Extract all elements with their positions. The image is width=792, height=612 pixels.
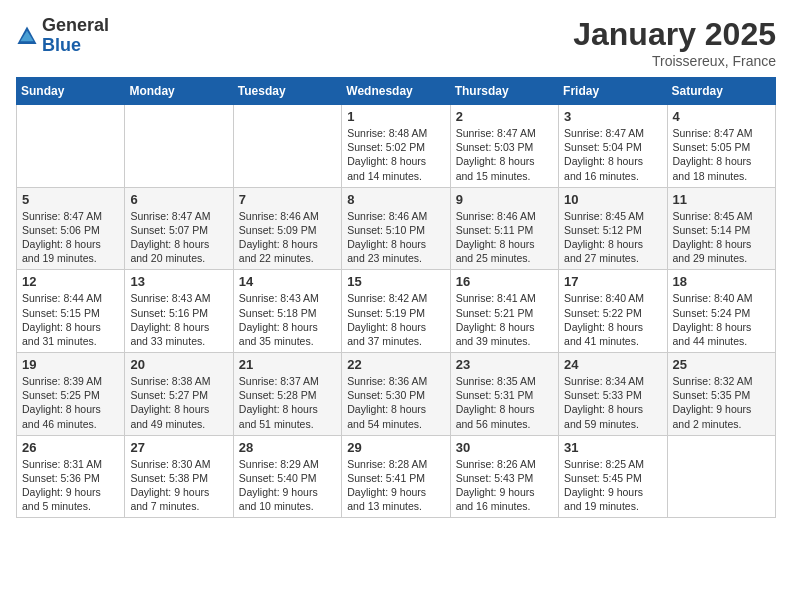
calendar-cell: 22Sunrise: 8:36 AM Sunset: 5:30 PM Dayli… xyxy=(342,353,450,436)
calendar-cell: 30Sunrise: 8:26 AM Sunset: 5:43 PM Dayli… xyxy=(450,435,558,518)
calendar-cell xyxy=(125,105,233,188)
day-number: 2 xyxy=(456,109,553,124)
calendar-cell: 12Sunrise: 8:44 AM Sunset: 5:15 PM Dayli… xyxy=(17,270,125,353)
day-info: Sunrise: 8:35 AM Sunset: 5:31 PM Dayligh… xyxy=(456,374,553,431)
weekday-header-monday: Monday xyxy=(125,78,233,105)
day-number: 6 xyxy=(130,192,227,207)
logo-text: General Blue xyxy=(42,16,109,56)
day-number: 18 xyxy=(673,274,770,289)
day-info: Sunrise: 8:45 AM Sunset: 5:12 PM Dayligh… xyxy=(564,209,661,266)
day-info: Sunrise: 8:40 AM Sunset: 5:24 PM Dayligh… xyxy=(673,291,770,348)
day-info: Sunrise: 8:47 AM Sunset: 5:06 PM Dayligh… xyxy=(22,209,119,266)
calendar-cell: 10Sunrise: 8:45 AM Sunset: 5:12 PM Dayli… xyxy=(559,187,667,270)
day-info: Sunrise: 8:47 AM Sunset: 5:07 PM Dayligh… xyxy=(130,209,227,266)
calendar-cell: 26Sunrise: 8:31 AM Sunset: 5:36 PM Dayli… xyxy=(17,435,125,518)
weekday-header-wednesday: Wednesday xyxy=(342,78,450,105)
day-info: Sunrise: 8:28 AM Sunset: 5:41 PM Dayligh… xyxy=(347,457,444,514)
day-info: Sunrise: 8:40 AM Sunset: 5:22 PM Dayligh… xyxy=(564,291,661,348)
weekday-header-saturday: Saturday xyxy=(667,78,775,105)
day-number: 20 xyxy=(130,357,227,372)
day-number: 26 xyxy=(22,440,119,455)
day-number: 23 xyxy=(456,357,553,372)
weekday-header-friday: Friday xyxy=(559,78,667,105)
day-info: Sunrise: 8:37 AM Sunset: 5:28 PM Dayligh… xyxy=(239,374,336,431)
day-number: 16 xyxy=(456,274,553,289)
day-info: Sunrise: 8:46 AM Sunset: 5:10 PM Dayligh… xyxy=(347,209,444,266)
calendar-week-row: 26Sunrise: 8:31 AM Sunset: 5:36 PM Dayli… xyxy=(17,435,776,518)
weekday-header-sunday: Sunday xyxy=(17,78,125,105)
day-number: 10 xyxy=(564,192,661,207)
logo-general: General xyxy=(42,16,109,36)
calendar-cell: 16Sunrise: 8:41 AM Sunset: 5:21 PM Dayli… xyxy=(450,270,558,353)
day-info: Sunrise: 8:36 AM Sunset: 5:30 PM Dayligh… xyxy=(347,374,444,431)
day-info: Sunrise: 8:25 AM Sunset: 5:45 PM Dayligh… xyxy=(564,457,661,514)
title-block: January 2025 Troissereux, France xyxy=(573,16,776,69)
calendar-cell: 4Sunrise: 8:47 AM Sunset: 5:05 PM Daylig… xyxy=(667,105,775,188)
day-number: 7 xyxy=(239,192,336,207)
weekday-header-tuesday: Tuesday xyxy=(233,78,341,105)
calendar-week-row: 1Sunrise: 8:48 AM Sunset: 5:02 PM Daylig… xyxy=(17,105,776,188)
logo-icon xyxy=(16,25,38,47)
day-info: Sunrise: 8:39 AM Sunset: 5:25 PM Dayligh… xyxy=(22,374,119,431)
calendar-week-row: 12Sunrise: 8:44 AM Sunset: 5:15 PM Dayli… xyxy=(17,270,776,353)
calendar-cell: 5Sunrise: 8:47 AM Sunset: 5:06 PM Daylig… xyxy=(17,187,125,270)
calendar-cell: 24Sunrise: 8:34 AM Sunset: 5:33 PM Dayli… xyxy=(559,353,667,436)
day-info: Sunrise: 8:41 AM Sunset: 5:21 PM Dayligh… xyxy=(456,291,553,348)
day-info: Sunrise: 8:42 AM Sunset: 5:19 PM Dayligh… xyxy=(347,291,444,348)
calendar-week-row: 19Sunrise: 8:39 AM Sunset: 5:25 PM Dayli… xyxy=(17,353,776,436)
calendar-cell: 27Sunrise: 8:30 AM Sunset: 5:38 PM Dayli… xyxy=(125,435,233,518)
calendar-cell xyxy=(667,435,775,518)
day-number: 5 xyxy=(22,192,119,207)
day-number: 13 xyxy=(130,274,227,289)
calendar-cell: 23Sunrise: 8:35 AM Sunset: 5:31 PM Dayli… xyxy=(450,353,558,436)
day-info: Sunrise: 8:46 AM Sunset: 5:09 PM Dayligh… xyxy=(239,209,336,266)
calendar-cell: 6Sunrise: 8:47 AM Sunset: 5:07 PM Daylig… xyxy=(125,187,233,270)
day-number: 1 xyxy=(347,109,444,124)
calendar-cell xyxy=(233,105,341,188)
calendar-cell: 7Sunrise: 8:46 AM Sunset: 5:09 PM Daylig… xyxy=(233,187,341,270)
logo: General Blue xyxy=(16,16,109,56)
calendar-cell: 3Sunrise: 8:47 AM Sunset: 5:04 PM Daylig… xyxy=(559,105,667,188)
calendar-cell: 20Sunrise: 8:38 AM Sunset: 5:27 PM Dayli… xyxy=(125,353,233,436)
day-info: Sunrise: 8:47 AM Sunset: 5:04 PM Dayligh… xyxy=(564,126,661,183)
calendar-cell: 31Sunrise: 8:25 AM Sunset: 5:45 PM Dayli… xyxy=(559,435,667,518)
day-number: 14 xyxy=(239,274,336,289)
day-number: 3 xyxy=(564,109,661,124)
calendar-cell: 29Sunrise: 8:28 AM Sunset: 5:41 PM Dayli… xyxy=(342,435,450,518)
day-info: Sunrise: 8:34 AM Sunset: 5:33 PM Dayligh… xyxy=(564,374,661,431)
day-number: 29 xyxy=(347,440,444,455)
page-header: General Blue January 2025 Troissereux, F… xyxy=(16,16,776,69)
day-info: Sunrise: 8:32 AM Sunset: 5:35 PM Dayligh… xyxy=(673,374,770,431)
day-number: 30 xyxy=(456,440,553,455)
day-number: 27 xyxy=(130,440,227,455)
calendar-cell: 25Sunrise: 8:32 AM Sunset: 5:35 PM Dayli… xyxy=(667,353,775,436)
calendar-cell: 18Sunrise: 8:40 AM Sunset: 5:24 PM Dayli… xyxy=(667,270,775,353)
day-info: Sunrise: 8:38 AM Sunset: 5:27 PM Dayligh… xyxy=(130,374,227,431)
calendar-cell: 14Sunrise: 8:43 AM Sunset: 5:18 PM Dayli… xyxy=(233,270,341,353)
day-number: 24 xyxy=(564,357,661,372)
calendar-cell: 2Sunrise: 8:47 AM Sunset: 5:03 PM Daylig… xyxy=(450,105,558,188)
day-info: Sunrise: 8:29 AM Sunset: 5:40 PM Dayligh… xyxy=(239,457,336,514)
weekday-header-row: SundayMondayTuesdayWednesdayThursdayFrid… xyxy=(17,78,776,105)
day-number: 17 xyxy=(564,274,661,289)
calendar-cell: 19Sunrise: 8:39 AM Sunset: 5:25 PM Dayli… xyxy=(17,353,125,436)
calendar-cell: 28Sunrise: 8:29 AM Sunset: 5:40 PM Dayli… xyxy=(233,435,341,518)
calendar-cell: 21Sunrise: 8:37 AM Sunset: 5:28 PM Dayli… xyxy=(233,353,341,436)
day-number: 19 xyxy=(22,357,119,372)
calendar-cell: 13Sunrise: 8:43 AM Sunset: 5:16 PM Dayli… xyxy=(125,270,233,353)
day-number: 22 xyxy=(347,357,444,372)
day-number: 25 xyxy=(673,357,770,372)
day-number: 28 xyxy=(239,440,336,455)
day-info: Sunrise: 8:47 AM Sunset: 5:03 PM Dayligh… xyxy=(456,126,553,183)
day-info: Sunrise: 8:46 AM Sunset: 5:11 PM Dayligh… xyxy=(456,209,553,266)
calendar-cell: 15Sunrise: 8:42 AM Sunset: 5:19 PM Dayli… xyxy=(342,270,450,353)
day-info: Sunrise: 8:43 AM Sunset: 5:18 PM Dayligh… xyxy=(239,291,336,348)
day-info: Sunrise: 8:44 AM Sunset: 5:15 PM Dayligh… xyxy=(22,291,119,348)
day-info: Sunrise: 8:43 AM Sunset: 5:16 PM Dayligh… xyxy=(130,291,227,348)
day-info: Sunrise: 8:31 AM Sunset: 5:36 PM Dayligh… xyxy=(22,457,119,514)
day-info: Sunrise: 8:48 AM Sunset: 5:02 PM Dayligh… xyxy=(347,126,444,183)
day-number: 15 xyxy=(347,274,444,289)
calendar-table: SundayMondayTuesdayWednesdayThursdayFrid… xyxy=(16,77,776,518)
day-number: 11 xyxy=(673,192,770,207)
day-number: 4 xyxy=(673,109,770,124)
